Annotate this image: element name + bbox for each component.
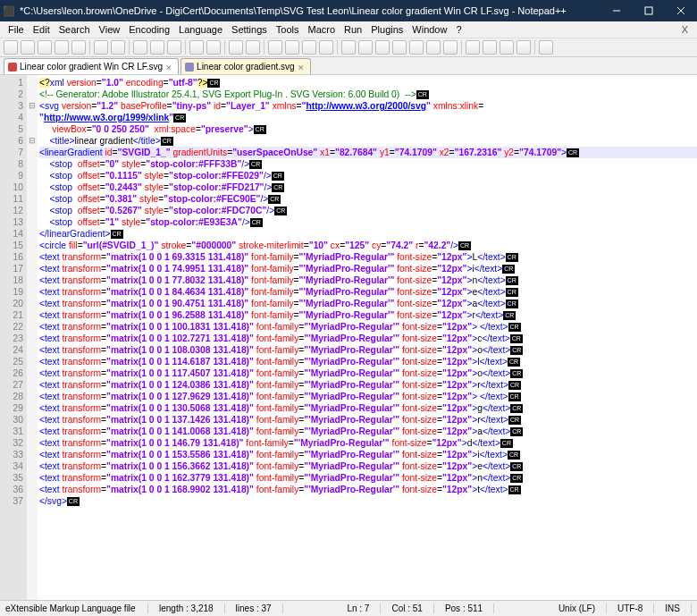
titlebar: ⬛ *C:\Users\leon.brown\OneDrive - DigiCe… bbox=[0, 0, 697, 21]
menu-edit[interactable]: Edit bbox=[29, 24, 55, 35]
menu-help[interactable]: ? bbox=[451, 24, 466, 35]
toolbar-button[interactable] bbox=[229, 40, 243, 55]
toolbar-button[interactable] bbox=[189, 40, 204, 55]
menu-macro[interactable]: Macro bbox=[303, 24, 340, 35]
toolbar-button[interactable] bbox=[539, 40, 553, 55]
status-col: Col : 51 bbox=[381, 603, 433, 613]
maximize-button[interactable] bbox=[633, 0, 665, 21]
statusbar: eXtensible Markup Language file length :… bbox=[0, 600, 697, 616]
tab-modified-icon bbox=[8, 63, 17, 72]
minimize-button[interactable] bbox=[600, 0, 633, 21]
toolbar-button[interactable] bbox=[94, 40, 108, 55]
toolbar-button[interactable] bbox=[285, 40, 299, 55]
status-length: length : 3,218 bbox=[148, 603, 225, 613]
menu-run[interactable]: Run bbox=[340, 24, 366, 35]
toolbar-button[interactable] bbox=[206, 40, 221, 55]
menu-settings[interactable]: Settings bbox=[227, 24, 272, 35]
toolbar-button[interactable] bbox=[133, 40, 147, 55]
tabbar: Linear color gradient Win CR LF.svg ✕ Li… bbox=[0, 57, 697, 75]
status-eol[interactable]: Unix (LF) bbox=[548, 603, 607, 613]
toolbar-button[interactable] bbox=[55, 40, 69, 55]
toolbar-button[interactable] bbox=[392, 40, 407, 55]
toolbar-button[interactable] bbox=[466, 40, 480, 55]
status-encoding[interactable]: UTF-8 bbox=[607, 603, 654, 613]
menubar: File Edit Search View Encoding Language … bbox=[0, 21, 697, 38]
toolbar-separator bbox=[461, 40, 462, 55]
toolbar-button[interactable] bbox=[319, 40, 333, 55]
toolbar-button[interactable] bbox=[150, 40, 164, 55]
menu-window[interactable]: Window bbox=[407, 24, 451, 35]
toolbar-button[interactable] bbox=[375, 40, 390, 55]
svg-rect-1 bbox=[645, 7, 652, 14]
toolbar-button[interactable] bbox=[4, 40, 18, 55]
toolbar-button[interactable] bbox=[38, 40, 52, 55]
status-pos: Pos : 511 bbox=[434, 603, 494, 613]
toolbar-separator bbox=[534, 40, 535, 55]
status-lines: lines : 37 bbox=[225, 603, 283, 613]
tab-close-icon[interactable]: ✕ bbox=[298, 63, 305, 71]
menu-encoding[interactable]: Encoding bbox=[124, 24, 174, 35]
toolbar-button[interactable] bbox=[246, 40, 260, 55]
tab-label: Linear color gradient.svg bbox=[197, 62, 295, 72]
menu-tools[interactable]: Tools bbox=[272, 24, 304, 35]
code-area[interactable]: <?xml version="1.0" encoding="utf-8"?>CR… bbox=[38, 75, 697, 600]
toolbar-button[interactable] bbox=[21, 40, 35, 55]
menu-view[interactable]: View bbox=[95, 24, 125, 35]
toolbar-separator bbox=[129, 40, 130, 55]
toolbar-button[interactable] bbox=[483, 40, 497, 55]
line-number-gutter: 1234567891011121314151617181920212223242… bbox=[0, 75, 27, 600]
tab-label: Linear color gradient Win CR LF.svg bbox=[20, 62, 163, 72]
toolbar-button[interactable] bbox=[341, 40, 356, 55]
tab-close-icon[interactable]: ✕ bbox=[165, 63, 172, 71]
tab-active[interactable]: Linear color gradient Win CR LF.svg ✕ bbox=[4, 58, 179, 74]
toolbar-button[interactable] bbox=[71, 40, 86, 55]
toolbar-separator bbox=[264, 40, 265, 55]
editor[interactable]: 1234567891011121314151617181920212223242… bbox=[0, 75, 697, 600]
toolbar-button[interactable] bbox=[111, 40, 125, 55]
toolbar-separator bbox=[185, 40, 186, 55]
toolbar-button[interactable] bbox=[302, 40, 316, 55]
toolbar-separator bbox=[224, 40, 225, 55]
menu-plugins[interactable]: Plugins bbox=[366, 24, 407, 35]
menu-language[interactable]: Language bbox=[174, 24, 227, 35]
toolbar-button[interactable] bbox=[500, 40, 514, 55]
toolbar-button[interactable] bbox=[426, 40, 441, 55]
app-icon: ⬛ bbox=[0, 5, 18, 17]
toolbar-button[interactable] bbox=[443, 40, 458, 55]
toolbar-button[interactable] bbox=[167, 40, 181, 55]
toolbar-button[interactable] bbox=[358, 40, 373, 55]
toolbar-button[interactable] bbox=[409, 40, 424, 55]
close-button[interactable] bbox=[665, 0, 697, 21]
tab-saved-icon bbox=[185, 63, 194, 72]
tab-inactive[interactable]: Linear color gradient.svg ✕ bbox=[181, 58, 311, 74]
window-buttons bbox=[600, 0, 697, 21]
menubar-close-icon[interactable]: X bbox=[677, 24, 693, 35]
status-ins[interactable]: INS bbox=[654, 603, 692, 613]
toolbar-button[interactable] bbox=[268, 40, 282, 55]
toolbar-separator bbox=[89, 40, 90, 55]
window-title: *C:\Users\leon.brown\OneDrive - DigiCert… bbox=[18, 5, 600, 16]
toolbar-button[interactable] bbox=[516, 40, 531, 55]
menu-search[interactable]: Search bbox=[55, 24, 95, 35]
fold-gutter: ⊟⊟ bbox=[27, 75, 38, 600]
menu-file[interactable]: File bbox=[4, 24, 29, 35]
toolbar bbox=[0, 38, 697, 57]
toolbar-separator bbox=[337, 40, 338, 55]
status-language: eXtensible Markup Language file bbox=[5, 603, 148, 613]
status-ln: Ln : 7 bbox=[336, 603, 381, 613]
